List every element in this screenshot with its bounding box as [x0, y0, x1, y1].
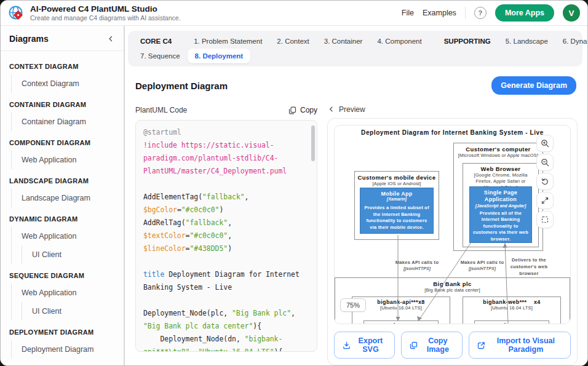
- zoom-out-icon[interactable]: [536, 154, 554, 171]
- edge-label-spa-api: Makes API calls to [json/HTTPS]: [455, 260, 509, 271]
- code-line: AddRelTag("fallback", $textColor="#c0c0c…: [143, 217, 308, 255]
- sidebar-section-component-diagram: COMPONENT DIAGRAM: [9, 136, 115, 151]
- app-subtitle: Create and manage C4 diagrams with AI as…: [30, 14, 181, 22]
- container-tech: [Xamarin]: [362, 197, 431, 201]
- code-pane-label: PlantUML Code: [135, 106, 187, 114]
- node-tech: [Big Bank plc data center]: [335, 287, 570, 293]
- sidebar-item-web-application[interactable]: Web Application: [12, 151, 115, 169]
- plantuml-code-editor[interactable]: @startuml!include https://static.visual-…: [135, 120, 317, 352]
- code-line: [143, 178, 308, 191]
- preview-collapse-icon[interactable]: [327, 105, 335, 113]
- external-link-icon: [477, 341, 485, 349]
- indent-guide: Web Application: [11, 151, 115, 169]
- indent-guide: UI Client: [22, 302, 115, 320]
- main-content: CORE C41. Problem Statement2. Context3. …: [125, 26, 587, 365]
- tab-6-dynamic[interactable]: 6. Dynamic: [555, 34, 588, 49]
- tab-7-sequence[interactable]: 7. Sequence: [133, 49, 188, 63]
- node-title: Apache Tomcat: [475, 322, 549, 324]
- zoom-level-badge: 75%: [340, 298, 366, 312]
- code-line: Deployment_Node(dn, "bigbank-api***\tx8"…: [143, 333, 308, 352]
- code-line: [143, 255, 308, 268]
- expand-icon[interactable]: [536, 192, 554, 209]
- container-title: Single Page Application: [472, 189, 530, 204]
- tab-3-container[interactable]: 3. Container: [317, 34, 370, 49]
- node-title: Big Bank plc: [335, 280, 570, 287]
- node-bigbank-web: bigbank-web*** x4 [Ubuntu 16.04 LTS] Apa…: [463, 296, 561, 324]
- copy-image-button[interactable]: Copy Image: [401, 332, 463, 359]
- diagram-title: Deployment Diagram for Internet Banking …: [335, 129, 570, 136]
- sidebar-item-ui-client[interactable]: UI Client: [22, 302, 115, 320]
- edge-label-mobile-api: Makes API calls to [json/HTTPS]: [384, 260, 450, 271]
- sidebar-item-web-application[interactable]: Web Application: [12, 227, 115, 245]
- edge-label-delivers: Delivers to the customer's web browser: [510, 257, 548, 277]
- code-pane: PlantUML Code Copy @startuml!include htt…: [135, 103, 317, 365]
- node-customers-computer: Customer's computer [Microsoft Windows o…: [453, 143, 543, 251]
- reset-view-icon[interactable]: [536, 173, 554, 190]
- copy-code-button[interactable]: Copy: [288, 106, 317, 114]
- sidebar-item-deployment-diagram[interactable]: Deployment Diagram: [12, 340, 115, 359]
- menu-file[interactable]: File: [402, 9, 414, 17]
- tab-5-landscape[interactable]: 5. Landscape: [498, 34, 555, 49]
- sidebar: Diagrams CONTEXT DIAGRAMContext DiagramC…: [1, 26, 125, 365]
- node-bigbank-api: bigbank-api***x8 [Ubuntu 16.04 LTS] Apac…: [352, 296, 450, 324]
- node-tech: [Ubuntu 16.04 LTS]: [463, 305, 560, 311]
- preview-pane: Preview Deployment Diagram for Internet …: [327, 103, 578, 365]
- menu-examples[interactable]: Examples: [423, 9, 456, 17]
- zoom-in-icon[interactable]: [536, 135, 554, 152]
- sidebar-item-container-diagram[interactable]: Container Diagram: [12, 113, 115, 131]
- container-title: Mobile App: [362, 191, 431, 197]
- sidebar-collapse-icon[interactable]: [106, 34, 115, 43]
- sidebar-title: Diagrams: [9, 34, 49, 44]
- export-svg-label: Export SVG: [355, 336, 386, 354]
- fit-to-screen-icon[interactable]: [536, 211, 554, 228]
- tab-8-deployment[interactable]: 8. Deployment: [188, 49, 251, 63]
- sidebar-section-sequence-diagram: SEQUENCE DIAGRAM: [9, 269, 115, 284]
- sidebar-item-context-diagram[interactable]: Context Diagram: [12, 74, 115, 93]
- code-line: Deployment_Node(plc, "Big Bank plc", "Bi…: [143, 307, 308, 333]
- copy-image-icon: [410, 341, 418, 349]
- code-lines: @startuml!include https://static.visual-…: [143, 126, 308, 352]
- code-scrollbar[interactable]: [311, 125, 315, 161]
- node-title: Apache Tomcat: [364, 322, 438, 324]
- app-logo-icon: [8, 5, 25, 22]
- tab-bar: CORE C41. Problem Statement2. Context3. …: [128, 31, 582, 66]
- sidebar-item-web-application[interactable]: Web Application: [12, 284, 115, 302]
- generate-diagram-button[interactable]: Generate Diagram: [491, 76, 576, 95]
- code-line: @startuml: [143, 126, 308, 139]
- preview-controls: [536, 135, 554, 228]
- container-single-page-application: Single Page Application [JavaScript and …: [469, 186, 532, 243]
- code-line: AddElementTag("fallback", $bgColor="#c0c…: [143, 191, 308, 217]
- tab-supporting[interactable]: SUPPORTING: [437, 34, 498, 49]
- tab-core-c4[interactable]: CORE C4: [133, 34, 179, 49]
- tab-1-problem-statement[interactable]: 1. Problem Statement: [186, 34, 269, 49]
- diagram-canvas[interactable]: Deployment Diagram for Internet Banking …: [334, 125, 571, 324]
- help-icon[interactable]: ?: [474, 7, 487, 19]
- avatar[interactable]: V: [563, 4, 580, 22]
- node-customers-mobile-device: Customer's mobile device [Apple IOS or A…: [354, 171, 439, 240]
- copy-label: Copy: [300, 106, 317, 114]
- export-svg-button[interactable]: Export SVG: [334, 332, 395, 359]
- preview-actions: Export SVG Copy Image: [334, 332, 571, 359]
- node-tech: [Apple IOS or Android]: [355, 181, 439, 186]
- node-title: bigbank-web*** x4: [463, 299, 560, 305]
- edge-text: Makes API calls to: [455, 260, 509, 266]
- tab-2-context[interactable]: 2. Context: [269, 34, 316, 49]
- edge-text: Makes API calls to: [384, 260, 450, 266]
- download-icon: [343, 341, 351, 349]
- indent-guide: Container Diagram: [11, 113, 115, 131]
- app-title: AI-Powered C4 PlantUML Studio: [30, 4, 181, 14]
- tab-4-component[interactable]: 4. Component: [370, 34, 429, 49]
- sidebar-item-landscape-diagram[interactable]: Landscape Diagram: [12, 189, 115, 207]
- node-apache-tomcat-api: Apache Tomcat: [364, 320, 439, 324]
- node-big-bank-plc: Big Bank plc [Big Bank plc data center] …: [335, 277, 570, 324]
- import-to-visual-paradigm-button[interactable]: Import to Visual Paradigm: [469, 332, 571, 359]
- code-line: title Deployment Diagram for Internet Ba…: [143, 268, 308, 294]
- sidebar-section-landscape-diagram: LANDSCAPE DIAGRAM: [9, 174, 115, 189]
- node-title: Web Browser: [463, 165, 538, 172]
- sidebar-item-ui-client[interactable]: UI Client: [22, 245, 115, 264]
- code-line: [143, 294, 308, 307]
- more-apps-button[interactable]: More Apps: [495, 4, 554, 22]
- app-header: AI-Powered C4 PlantUML Studio Create and…: [1, 1, 587, 26]
- edge-tech: [json/HTTPS]: [384, 266, 450, 271]
- node-title: Customer's computer: [454, 146, 542, 153]
